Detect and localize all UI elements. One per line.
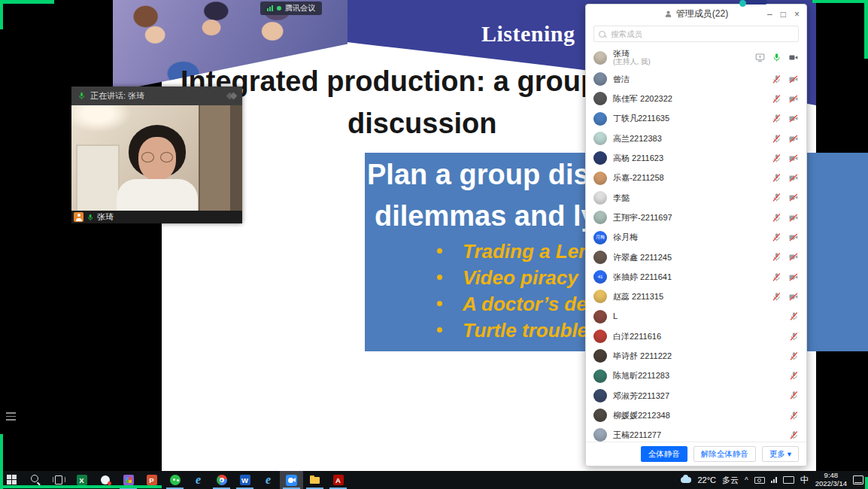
member-row[interactable]: 乐嘉-2211258 bbox=[586, 168, 806, 187]
taskbar-file-explorer-button[interactable] bbox=[303, 471, 326, 489]
mic-muted-icon[interactable] bbox=[789, 351, 799, 361]
camera-off-icon[interactable] bbox=[788, 153, 799, 163]
member-row[interactable]: 丁轶凡2211635 bbox=[586, 109, 806, 129]
member-row[interactable]: L bbox=[586, 307, 806, 327]
member-status-icons bbox=[765, 173, 799, 183]
member-row[interactable]: 高杨 2211623 bbox=[586, 148, 806, 168]
meeting-status-pill[interactable]: 腾讯会议 bbox=[260, 2, 322, 15]
mic-on-icon[interactable] bbox=[772, 53, 782, 62]
member-row[interactable]: 白洋2211616 bbox=[586, 327, 806, 346]
mic-muted-icon[interactable] bbox=[789, 411, 799, 421]
mic-muted-icon[interactable] bbox=[772, 173, 782, 183]
mic-muted-icon[interactable] bbox=[772, 272, 782, 282]
camera-off-icon[interactable] bbox=[788, 134, 799, 144]
camera-off-icon[interactable] bbox=[788, 94, 799, 104]
taskbar-acrobat-icon[interactable]: A bbox=[326, 471, 350, 489]
member-avatar bbox=[593, 310, 607, 323]
weather-cloud-icon[interactable] bbox=[681, 477, 691, 483]
weather-desc[interactable]: 多云 bbox=[722, 475, 739, 486]
camera-icon[interactable] bbox=[788, 53, 799, 62]
network-icon[interactable] bbox=[771, 477, 777, 483]
member-row[interactable]: 柳媛媛2212348 bbox=[586, 405, 806, 425]
projector-tray-icon[interactable] bbox=[754, 477, 765, 484]
mic-muted-icon[interactable] bbox=[789, 371, 799, 381]
taskbar-ie-icon[interactable]: e bbox=[187, 471, 210, 489]
ime-indicator[interactable]: 中 bbox=[800, 474, 809, 487]
member-row[interactable]: 陈旭昕2211283 bbox=[586, 366, 806, 385]
member-row[interactable]: 高兰2212383 bbox=[586, 129, 806, 148]
member-row[interactable]: 许翠鑫 2211245 bbox=[586, 248, 806, 267]
mic-muted-icon[interactable] bbox=[772, 74, 782, 84]
member-row[interactable]: 曾洁 bbox=[586, 69, 806, 89]
unmute-all-button[interactable]: 解除全体静音 bbox=[693, 446, 756, 462]
action-center-icon[interactable] bbox=[853, 475, 863, 484]
touch-keyboard-icon[interactable] bbox=[783, 476, 794, 484]
mic-muted-icon[interactable] bbox=[772, 114, 782, 123]
mute-all-button[interactable]: 全体静音 bbox=[641, 446, 687, 462]
member-row[interactable]: 赵蕊 2211315 bbox=[586, 287, 806, 306]
member-avatar bbox=[593, 172, 607, 185]
mic-muted-icon[interactable] bbox=[772, 134, 782, 144]
member-name: 乐嘉-2211258 bbox=[613, 173, 664, 183]
window-layout-icon[interactable] bbox=[227, 93, 236, 99]
member-row[interactable]: 李懿 bbox=[586, 188, 806, 208]
panel-titlebar[interactable]: 管理成员(22) – □ × bbox=[586, 5, 806, 23]
search-input[interactable] bbox=[609, 29, 794, 39]
camera-off-icon[interactable] bbox=[788, 193, 799, 202]
mic-muted-icon[interactable] bbox=[772, 252, 782, 262]
member-status-icons bbox=[765, 74, 799, 84]
camera-off-icon[interactable] bbox=[788, 74, 799, 84]
taskbar-tencent-meeting-button[interactable] bbox=[280, 471, 303, 489]
member-name: 高杨 2211623 bbox=[613, 153, 663, 163]
member-row[interactable]: 月梅 徐月梅 bbox=[586, 227, 806, 247]
mic-muted-icon[interactable] bbox=[772, 94, 782, 104]
camera-off-icon[interactable] bbox=[788, 173, 799, 183]
camera-off-icon[interactable] bbox=[788, 213, 799, 223]
member-avatar bbox=[593, 290, 607, 303]
taskbar-word-icon[interactable]: W bbox=[233, 471, 256, 489]
member-status-icons bbox=[765, 193, 799, 202]
mic-muted-icon[interactable] bbox=[772, 213, 782, 223]
mic-muted-icon[interactable] bbox=[789, 311, 799, 321]
camera-off-icon[interactable] bbox=[788, 114, 799, 123]
acrobat-icon: A bbox=[332, 474, 344, 486]
slider-knob[interactable] bbox=[739, 0, 746, 7]
member-row[interactable]: 毕诗舒 2211222 bbox=[586, 346, 806, 366]
camera-off-icon[interactable] bbox=[788, 252, 799, 262]
maximize-button[interactable]: □ bbox=[781, 10, 786, 19]
bullet-dot-icon bbox=[437, 327, 442, 333]
mic-muted-icon[interactable] bbox=[789, 430, 799, 440]
member-row[interactable]: 王翔宇-2211697 bbox=[586, 208, 806, 227]
camera-off-icon[interactable] bbox=[788, 272, 799, 282]
taskbar-chrome-button[interactable] bbox=[210, 471, 233, 489]
taskbar-ie2-icon[interactable]: e bbox=[256, 471, 280, 489]
taskbar-clock[interactable]: 9:48 2022/3/14 bbox=[815, 472, 847, 488]
member-avatar bbox=[593, 409, 607, 422]
manage-members-panel: 管理成员(22) – □ × 张琦 (主持人, 我) 曾洁 bbox=[585, 4, 807, 466]
close-button[interactable]: × bbox=[794, 10, 800, 19]
hidden-icons-arrow[interactable]: ^ bbox=[745, 476, 748, 484]
minimize-button[interactable]: – bbox=[767, 10, 772, 19]
member-row[interactable]: 张琦 (主持人, 我) bbox=[586, 46, 806, 69]
mic-muted-icon[interactable] bbox=[772, 193, 782, 202]
mic-muted-icon[interactable] bbox=[772, 232, 782, 242]
more-button[interactable]: 更多 ▾ bbox=[762, 446, 799, 462]
member-row[interactable]: 41 张抽婷 2211641 bbox=[586, 267, 806, 287]
mic-muted-icon[interactable] bbox=[789, 390, 799, 400]
mic-muted-icon[interactable] bbox=[772, 292, 782, 302]
video-feed[interactable] bbox=[71, 105, 242, 211]
glitch-bar bbox=[0, 434, 3, 489]
speaker-video-window[interactable]: 正在讲话: 张琦 张琦 bbox=[71, 87, 242, 223]
camera-off-icon[interactable] bbox=[788, 232, 799, 242]
mic-muted-icon[interactable] bbox=[772, 153, 782, 163]
mic-muted-icon[interactable] bbox=[789, 332, 799, 342]
member-row[interactable]: 陈佳军 2202322 bbox=[586, 89, 806, 108]
weather-temp[interactable]: 22°C bbox=[697, 475, 716, 484]
member-status-icons bbox=[782, 311, 799, 321]
member-search-box[interactable] bbox=[593, 26, 799, 42]
taskbar-wechat-button[interactable] bbox=[163, 471, 187, 489]
camera-off-icon[interactable] bbox=[788, 292, 799, 302]
member-row[interactable]: 邓淑芳2211327 bbox=[586, 386, 806, 405]
screen-share-icon[interactable] bbox=[755, 53, 765, 62]
video-window-header[interactable]: 正在讲话: 张琦 bbox=[71, 87, 242, 105]
